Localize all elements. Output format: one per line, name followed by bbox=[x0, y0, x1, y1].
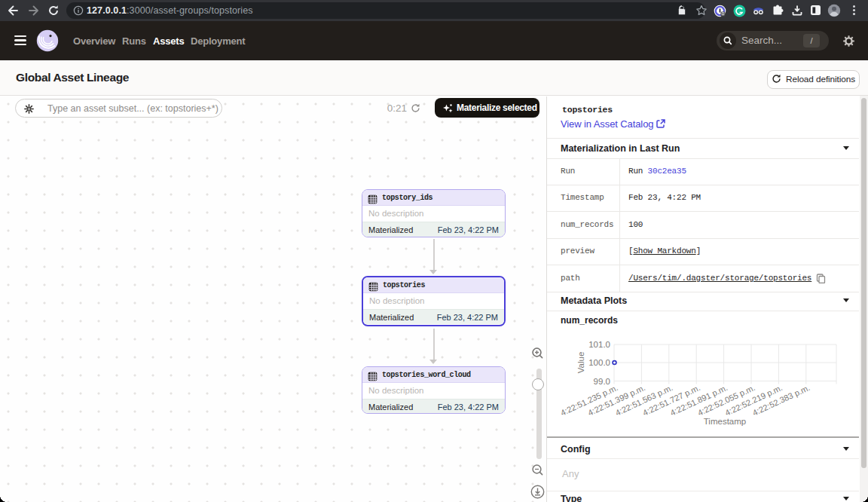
svg-text:Value: Value bbox=[576, 352, 585, 374]
svg-text:101.0: 101.0 bbox=[588, 340, 610, 349]
svg-text:Timestamp: Timestamp bbox=[704, 417, 746, 426]
svg-text:99.0: 99.0 bbox=[594, 377, 610, 386]
svg-text:100.0: 100.0 bbox=[588, 358, 610, 367]
